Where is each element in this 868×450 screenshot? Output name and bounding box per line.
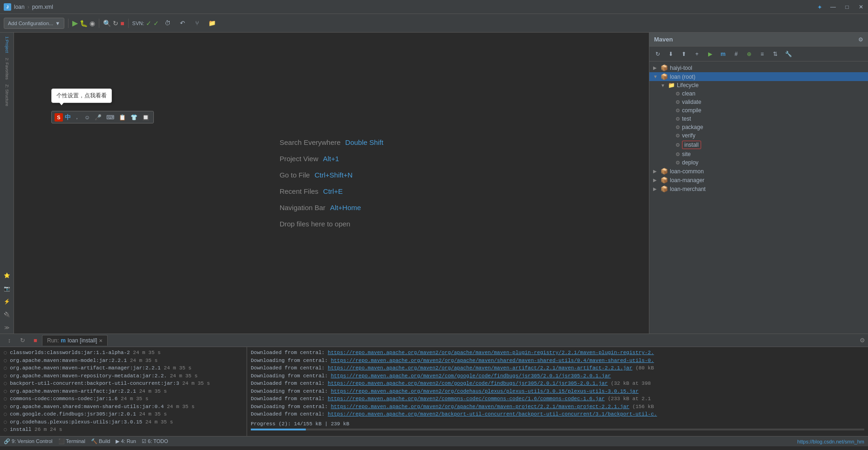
tree-item-package[interactable]: ⚙ package xyxy=(649,123,868,131)
refresh-button[interactable]: ↻ xyxy=(113,20,118,27)
tree-item-loan-common[interactable]: ▶ 📦 loan-common xyxy=(649,167,868,176)
ime-emoji[interactable]: ☺ xyxy=(83,113,91,122)
ime-keyboard[interactable]: ⌨ xyxy=(105,113,116,122)
maven-wrench-btn[interactable]: 🔧 xyxy=(783,48,794,60)
ime-mic[interactable]: 🎤 xyxy=(93,113,103,122)
dl-link-3[interactable]: https://repo.maven.apache.org/maven2/org… xyxy=(328,365,633,371)
statusbar: 🔗 9: Version Control ⬛ Terminal 🔨 Build … xyxy=(0,436,868,446)
maven-add-btn[interactable]: + xyxy=(691,48,703,60)
tree-item-install[interactable]: ⚙ install xyxy=(649,140,868,150)
tree-item-validate[interactable]: ⚙ validate xyxy=(649,98,868,106)
tree-item-loan-manager[interactable]: ▶ 📦 loan-manager xyxy=(649,176,868,184)
sidebar-icon-plugin[interactable]: 🔌 xyxy=(1,308,13,320)
dl-link-8[interactable]: https://repo.maven.apache.org/maven2/org… xyxy=(331,404,629,409)
sidebar-icon-favorites[interactable]: 2: Favorites xyxy=(2,56,12,82)
svn-check-icon[interactable]: ✓ xyxy=(146,20,152,27)
ime-punct[interactable]: ， xyxy=(73,112,81,122)
minimize-button[interactable]: — xyxy=(826,0,840,14)
add-configuration-button[interactable]: Add Configuration... ▼ xyxy=(4,18,64,29)
tree-item-haiyi-tool[interactable]: ▶ 📦 haiyi-tool xyxy=(649,63,868,72)
sidebar-icon-lightning[interactable]: ⚡ xyxy=(1,295,13,307)
svn-revert-icon[interactable]: ↶ xyxy=(176,17,189,30)
dl-link-7[interactable]: https://repo.maven.apache.org/maven2/com… xyxy=(328,396,605,402)
ime-chinese[interactable]: 中 xyxy=(65,113,71,122)
coverage-button[interactable]: ◉ xyxy=(90,20,95,27)
maven-download-btn[interactable]: ⬇ xyxy=(665,48,676,60)
tree-item-clean[interactable]: ⚙ clean xyxy=(649,89,868,98)
tree-icon-compile: ⚙ xyxy=(675,108,680,114)
hint-drop-label: Drop files here to open xyxy=(280,220,351,228)
maven-run-btn[interactable]: ▶ xyxy=(704,48,716,60)
tree-label-loan-common: loan-common xyxy=(670,168,704,175)
svn-branch-icon[interactable]: ⑂ xyxy=(191,17,204,30)
dl-link-1[interactable]: https://repo.maven.apache.org/maven2/org… xyxy=(328,350,654,355)
tooltip-popup: 个性设置，点我看看 xyxy=(51,89,112,103)
debug-button[interactable]: 🐛 xyxy=(80,20,88,27)
tooltip-text: 个性设置，点我看看 xyxy=(56,92,107,99)
tree-item-compile[interactable]: ⚙ compile xyxy=(649,106,868,115)
hint-search-key: Double Shift xyxy=(345,138,384,146)
console-line-7: ◌ commons-codec:commons-codec:jar:1.6 24… xyxy=(4,395,243,403)
maven-hash-btn[interactable]: # xyxy=(730,48,742,60)
ime-shirt[interactable]: 👕 xyxy=(129,113,139,122)
maven-m-btn[interactable]: m xyxy=(717,48,729,60)
tab-close-btn[interactable]: ✕ xyxy=(99,338,103,343)
maven-panel-title: Maven xyxy=(654,36,673,43)
close-button[interactable]: ✕ xyxy=(854,0,868,14)
tab-run[interactable]: Run: m loan [install] ✕ xyxy=(42,335,108,346)
ime-grid[interactable]: 🔲 xyxy=(141,113,151,122)
tree-label-validate: validate xyxy=(682,99,701,105)
sidebar-icon-camera[interactable]: 📷 xyxy=(1,282,13,294)
status-item-run[interactable]: ▶ 4: Run xyxy=(116,438,136,444)
maven-settings-icon[interactable]: ⚙ xyxy=(858,36,863,43)
console-line-9: ◌ com.google.code.findbugs:jsr305:jar:2.… xyxy=(4,410,243,418)
sidebar-icon-structure[interactable]: Z: Structure xyxy=(2,82,12,108)
status-item-terminal[interactable]: ⬛ Terminal xyxy=(58,438,85,444)
left-sidebar: 1:Project 2: Favorites Z: Structure ⭐ 📷 … xyxy=(0,33,14,334)
ime-toolbar: S 中 ， ☺ 🎤 ⌨ 📋 👕 🔲 xyxy=(51,111,154,123)
dl-line-3: Downloaded from central: https://repo.ma… xyxy=(251,364,864,372)
maven-align-btn[interactable]: ≡ xyxy=(757,48,768,60)
dl-link-5[interactable]: https://repo.maven.apache.org/maven2/com… xyxy=(328,381,608,386)
tree-item-deploy[interactable]: ⚙ deploy xyxy=(649,158,868,167)
dl-link-2[interactable]: https://repo.maven.apache.org/maven2/org… xyxy=(331,358,654,363)
svn-folder-icon[interactable]: 📁 xyxy=(206,17,219,30)
tree-item-loan-root[interactable]: ▼ 📦 loan (root) xyxy=(649,72,868,81)
status-item-todo[interactable]: ☑ 6: TODO xyxy=(142,438,168,444)
tree-item-lifecycle[interactable]: ▼ 📁 Lifecycle xyxy=(649,81,868,89)
sidebar-icon-expand[interactable]: ≫ xyxy=(1,321,13,334)
bottom-settings-icon[interactable]: ⚙ xyxy=(860,337,865,344)
maven-upload-btn[interactable]: ⬆ xyxy=(678,48,689,60)
bottom-sidebar-btn[interactable]: ↕ xyxy=(3,334,16,347)
sidebar-icon-project[interactable]: 1:Project xyxy=(2,34,12,55)
tree-item-loan-merchant[interactable]: ▶ 📦 loan-merchant xyxy=(649,184,868,193)
hint-search-label: Search Everywhere xyxy=(280,138,341,146)
stop-button[interactable]: ■ xyxy=(120,20,124,27)
tree-item-test[interactable]: ⚙ test xyxy=(649,115,868,123)
maven-loop-btn[interactable]: ⊕ xyxy=(744,48,755,60)
tree-label-package: package xyxy=(682,124,703,130)
svn-history-icon[interactable]: ⏱ xyxy=(161,17,174,30)
search-button[interactable]: 🔍 xyxy=(103,20,111,27)
ime-logo[interactable]: S xyxy=(55,113,63,122)
status-item-vcs[interactable]: 🔗 9: Version Control xyxy=(4,438,53,444)
maven-refresh-btn[interactable]: ↻ xyxy=(652,48,663,60)
tree-item-verify[interactable]: ⚙ verify xyxy=(649,131,868,140)
hint-recent-key: Ctrl+E xyxy=(323,187,343,195)
ime-clipboard[interactable]: 📋 xyxy=(117,113,127,122)
maven-sort-btn[interactable]: ⇅ xyxy=(770,48,781,60)
run-button[interactable]: ▶ xyxy=(72,19,78,27)
editor-area: 个性设置，点我看看 S 中 ， ☺ 🎤 ⌨ 📋 👕 🔲 Search Every… xyxy=(14,33,649,334)
dl-link-4[interactable]: https://repo.maven.apache.org/maven2/com… xyxy=(331,373,611,379)
dl-link-9[interactable]: https://repo.maven.apache.org/maven2/bac… xyxy=(328,411,657,417)
status-item-build[interactable]: 🔨 Build xyxy=(91,438,110,444)
bottom-stop-btn[interactable]: ■ xyxy=(29,334,42,347)
dl-link-6[interactable]: https://repo.maven.apache.org/maven2/org… xyxy=(331,389,639,394)
maximize-button[interactable]: □ xyxy=(840,0,854,14)
bottom-refresh-btn[interactable]: ↻ xyxy=(16,334,29,347)
sidebar-icon-star[interactable]: ⭐ xyxy=(1,269,13,281)
dl-line-5: Downloaded from central: https://repo.ma… xyxy=(251,380,864,388)
svn-tick-icon[interactable]: ✓ xyxy=(153,20,159,27)
tree-label-test: test xyxy=(682,116,691,122)
tree-item-site[interactable]: ⚙ site xyxy=(649,150,868,158)
